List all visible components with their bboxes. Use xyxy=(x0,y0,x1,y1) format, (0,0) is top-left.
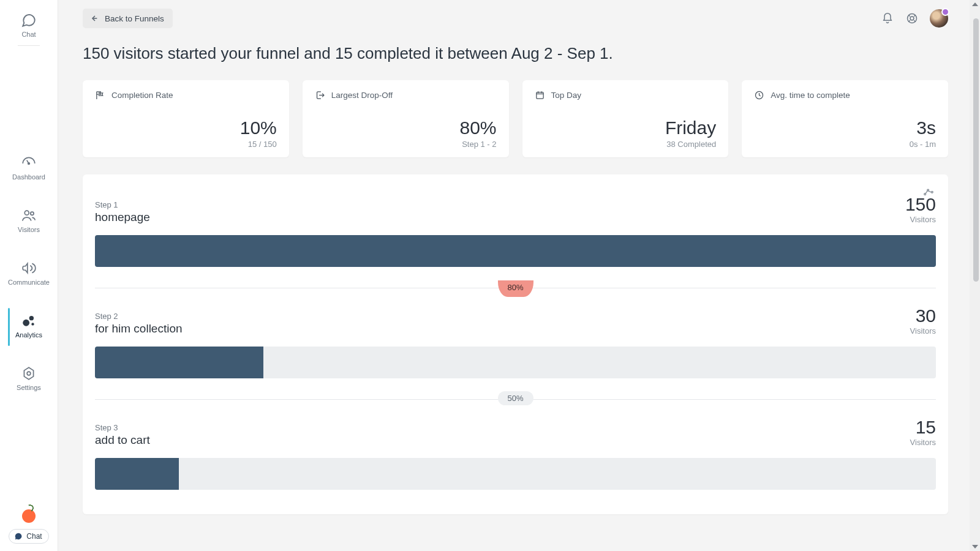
step-bar-fill xyxy=(95,347,263,378)
step-name: for him collection xyxy=(95,322,183,335)
svg-rect-10 xyxy=(536,92,543,99)
sidebar-item-label: Visitors xyxy=(18,226,40,233)
svg-point-4 xyxy=(29,316,34,320)
sidebar-item-label: Chat xyxy=(21,31,36,38)
divider xyxy=(18,45,40,46)
funnel-step: Step 2 for him collection 30 Visitors xyxy=(95,305,936,378)
chart-view-toggle-icon[interactable] xyxy=(922,186,935,198)
scrollbar[interactable] xyxy=(970,0,980,551)
sidebar-item-analytics[interactable]: Analytics xyxy=(8,308,50,342)
step-visitors-label: Visitors xyxy=(910,438,936,447)
chat-icon xyxy=(21,12,37,28)
card-completion-rate: Completion Rate 10% 15 / 150 xyxy=(83,80,289,157)
notifications-icon[interactable] xyxy=(881,12,894,25)
step-bar-track xyxy=(95,458,936,490)
sidebar-item-settings[interactable]: Settings xyxy=(8,361,50,395)
step-bar-track xyxy=(95,235,936,267)
card-title: Top Day xyxy=(551,91,582,100)
funnel-step: Step 3 add to cart 15 Visitors xyxy=(95,417,936,490)
sidebar: Chat Dashboard Visitors Communicate xyxy=(0,0,58,551)
card-top-day: Top Day Friday 38 Completed xyxy=(522,80,729,157)
card-subtext: 0s - 1m xyxy=(754,140,936,149)
sidebar-item-dashboard[interactable]: Dashboard xyxy=(8,150,50,184)
step-bar-track xyxy=(95,347,936,378)
step-tag: Step 3 xyxy=(95,423,150,432)
svg-marker-6 xyxy=(24,367,33,380)
clock-icon xyxy=(754,90,764,100)
card-value: 80% xyxy=(315,118,497,138)
dropoff-divider: 50% xyxy=(95,399,936,400)
card-value: 10% xyxy=(95,118,277,138)
card-subtext: 38 Completed xyxy=(535,140,717,149)
dropoff-divider: 80% xyxy=(95,288,936,288)
chat-widget-label: Chat xyxy=(26,532,42,541)
page-headline: 150 visitors started your funnel and 15 … xyxy=(83,44,948,63)
step-visitors-label: Visitors xyxy=(910,326,936,335)
sidebar-item-label: Communicate xyxy=(8,279,50,286)
card-avg-time: Avg. time to complete 3s 0s - 1m xyxy=(742,80,948,157)
step-visitors: 30 xyxy=(910,305,936,326)
dropoff-badge: 50% xyxy=(497,391,533,405)
summary-cards: Completion Rate 10% 15 / 150 Largest Dro… xyxy=(83,80,948,157)
funnel-panel: Step 1 homepage 150 Visitors 80% Step 2 … xyxy=(83,174,948,514)
users-icon xyxy=(21,208,37,223)
bubbles-icon xyxy=(21,313,37,329)
step-name: homepage xyxy=(95,211,150,224)
card-value: 3s xyxy=(754,118,936,138)
svg-point-2 xyxy=(31,212,34,215)
flag-icon xyxy=(95,90,105,100)
card-title: Completion Rate xyxy=(111,91,173,100)
scroll-up-icon xyxy=(972,2,978,6)
sidebar-item-visitors[interactable]: Visitors xyxy=(8,203,50,237)
brand-logo xyxy=(22,509,36,523)
card-subtext: 15 / 150 xyxy=(95,140,277,149)
topbar: Back to Funnels xyxy=(83,9,948,28)
gauge-icon xyxy=(21,155,37,171)
chat-bubble-icon xyxy=(14,532,23,541)
active-indicator xyxy=(8,308,10,346)
arrow-left-icon xyxy=(89,13,99,23)
card-title: Avg. time to complete xyxy=(771,91,850,100)
settings-icon xyxy=(21,365,37,381)
calendar-icon xyxy=(535,90,545,100)
help-icon[interactable] xyxy=(905,12,919,25)
dropoff-badge: 80% xyxy=(497,280,533,297)
card-largest-dropoff: Largest Drop-Off 80% Step 1 - 2 xyxy=(303,80,509,157)
svg-point-9 xyxy=(910,17,914,20)
svg-point-14 xyxy=(932,192,933,193)
scroll-down-icon xyxy=(972,545,978,549)
exit-icon xyxy=(315,90,325,100)
svg-point-1 xyxy=(24,211,29,215)
svg-point-7 xyxy=(27,372,31,375)
user-avatar[interactable] xyxy=(930,9,948,28)
back-label: Back to Funnels xyxy=(105,14,164,23)
megaphone-icon xyxy=(21,260,37,276)
sidebar-item-label: Analytics xyxy=(15,331,42,339)
card-subtext: Step 1 - 2 xyxy=(315,140,497,149)
step-bar-fill xyxy=(95,235,936,267)
svg-point-5 xyxy=(31,323,34,325)
step-tag: Step 2 xyxy=(95,312,183,321)
step-tag: Step 1 xyxy=(95,200,150,209)
main-content: Back to Funnels 150 visitors started you… xyxy=(58,0,980,551)
sidebar-item-chat[interactable]: Chat xyxy=(0,7,58,42)
funnel-step: Step 1 homepage 150 Visitors xyxy=(95,194,936,267)
card-value: Friday xyxy=(535,118,717,138)
sidebar-item-label: Settings xyxy=(17,384,41,391)
step-name: add to cart xyxy=(95,433,150,447)
sidebar-item-communicate[interactable]: Communicate xyxy=(8,255,50,290)
step-visitors: 15 xyxy=(910,417,936,438)
chat-widget-button[interactable]: Chat xyxy=(9,529,48,544)
back-to-funnels-button[interactable]: Back to Funnels xyxy=(83,9,173,28)
scroll-thumb[interactable] xyxy=(973,18,979,282)
card-title: Largest Drop-Off xyxy=(331,91,393,100)
step-bar-fill xyxy=(95,458,179,490)
svg-point-3 xyxy=(23,320,29,326)
sidebar-item-label: Dashboard xyxy=(12,173,45,181)
step-visitors-label: Visitors xyxy=(905,215,936,224)
